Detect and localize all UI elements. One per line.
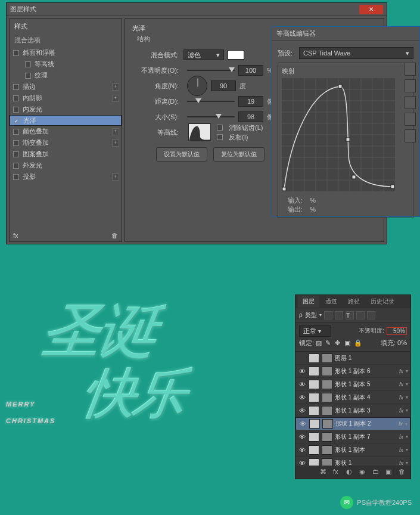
checkbox[interactable] <box>13 140 19 146</box>
visibility-icon[interactable]: 👁 <box>298 381 306 388</box>
fx-grad-overlay[interactable]: 渐变叠加+ <box>10 137 122 148</box>
styles-header[interactable]: 样式 <box>10 19 122 33</box>
fx-satin[interactable]: 光泽 <box>10 115 122 126</box>
fill-value[interactable]: 0% <box>397 339 407 346</box>
preset-select[interactable]: CSP Tidal Wave▾ <box>299 47 413 59</box>
trash-icon[interactable]: 🗑 <box>111 232 118 239</box>
visibility-icon[interactable]: 👁 <box>298 394 306 401</box>
add-icon[interactable]: + <box>112 83 119 91</box>
layer-row[interactable]: 👁形状 1 副本 7fx▾ <box>295 430 410 443</box>
fx-inner-glow[interactable]: 内发光 <box>10 104 122 115</box>
add-icon[interactable]: + <box>112 139 119 147</box>
checkbox[interactable] <box>13 163 19 169</box>
add-icon[interactable]: + <box>112 95 119 102</box>
checkbox[interactable] <box>13 95 19 101</box>
ok-button[interactable] <box>404 63 416 76</box>
invert-checkbox[interactable] <box>217 134 223 140</box>
checkbox[interactable] <box>13 151 19 157</box>
lock-artboard-icon[interactable]: ▣ <box>344 339 352 347</box>
chevron-icon[interactable]: ▾ <box>406 368 408 374</box>
fx-stroke[interactable]: 描边+ <box>10 81 122 92</box>
chevron-icon[interactable]: ▾ <box>405 421 407 427</box>
checkbox[interactable] <box>13 107 19 113</box>
checkbox[interactable] <box>25 61 31 67</box>
tab-history[interactable]: 历史记录 <box>366 296 399 308</box>
opacity-slider[interactable] <box>187 66 235 75</box>
filter-smart-icon[interactable] <box>367 311 375 319</box>
cancel-button[interactable] <box>404 79 416 92</box>
chevron-icon[interactable]: ▾ <box>406 395 408 400</box>
blend-mode-select[interactable]: 滤色▾ <box>183 49 224 60</box>
fx-color-overlay[interactable]: 颜色叠加+ <box>10 126 122 137</box>
fx-bevel[interactable]: 斜面和浮雕 <box>10 47 122 58</box>
layer-row[interactable]: 👁形状 1 副本 6fx▾ <box>295 365 410 378</box>
filter-type-icon[interactable]: T <box>346 311 354 319</box>
tab-channels[interactable]: 通道 <box>321 296 342 308</box>
angle-value[interactable]: 90 <box>211 80 236 91</box>
distance-slider[interactable] <box>187 97 235 106</box>
add-icon[interactable]: + <box>112 128 119 135</box>
filter-adjust-icon[interactable] <box>335 311 343 319</box>
layer-row[interactable]: 图层 1 <box>295 352 410 365</box>
lock-all-icon[interactable]: 🔒 <box>354 339 362 347</box>
make-default-button[interactable]: 设置为默认值 <box>156 147 207 162</box>
new-button[interactable] <box>404 129 416 142</box>
distance-value[interactable]: 19 <box>238 96 263 107</box>
checkbox[interactable] <box>25 73 31 79</box>
fx-drop-shadow[interactable]: 投影+ <box>10 171 122 182</box>
lock-paint-icon[interactable]: ✎ <box>325 339 333 347</box>
checkbox[interactable] <box>13 84 19 90</box>
fx-contour-sub[interactable]: 等高线 <box>10 58 122 70</box>
link-icon[interactable]: ⌘ <box>320 468 328 476</box>
fx-inner-shadow[interactable]: 内阴影+ <box>10 92 122 104</box>
save-button[interactable] <box>404 113 416 126</box>
chevron-icon[interactable]: ▾ <box>406 381 408 387</box>
fx-pattern-overlay[interactable]: 图案叠加 <box>10 148 122 160</box>
tab-layers[interactable]: 图层 <box>298 296 319 308</box>
lock-trans-icon[interactable]: ▨ <box>316 339 323 347</box>
contour-thumb[interactable] <box>188 123 211 141</box>
fx-outer-glow[interactable]: 外发光 <box>10 160 122 171</box>
color-swatch[interactable] <box>228 50 244 60</box>
reset-default-button[interactable]: 复位为默认值 <box>213 147 265 162</box>
filter-pixel-icon[interactable] <box>324 311 332 319</box>
load-button[interactable] <box>404 96 416 109</box>
add-icon[interactable]: + <box>112 173 119 181</box>
lock-pos-icon[interactable]: ✥ <box>335 339 343 347</box>
filter-shape-icon[interactable] <box>356 311 365 319</box>
layer-row[interactable]: 👁形状 1 副本 2fx▾ <box>295 417 410 430</box>
chevron-icon[interactable]: ▾ <box>406 460 408 466</box>
visibility-icon[interactable]: 👁 <box>298 420 307 427</box>
visibility-icon[interactable]: 👁 <box>298 433 306 440</box>
angle-dial[interactable] <box>187 76 207 96</box>
fx-icon[interactable]: fx <box>333 468 341 476</box>
antialias-checkbox[interactable] <box>217 125 223 131</box>
chevron-icon[interactable]: ▾ <box>406 434 408 439</box>
opacity-value[interactable]: 50% <box>387 327 407 335</box>
tab-paths[interactable]: 路径 <box>343 296 365 308</box>
checkbox[interactable] <box>13 50 19 56</box>
visibility-icon[interactable]: 👁 <box>298 368 306 375</box>
checkbox[interactable] <box>13 174 19 180</box>
visibility-icon[interactable]: 👁 <box>298 446 306 454</box>
close-button[interactable]: ✕ <box>359 5 383 14</box>
size-slider[interactable] <box>187 113 235 121</box>
layer-row[interactable]: 👁形状 1 副本 3fx▾ <box>295 404 410 417</box>
fx-icon[interactable]: fx <box>13 232 18 239</box>
size-value[interactable]: 98 <box>238 111 263 122</box>
mask-icon[interactable]: ◐ <box>346 468 354 476</box>
group-icon[interactable]: 🗀 <box>372 468 381 476</box>
blend-mode-select[interactable]: 正常 ▾ <box>299 325 331 337</box>
fx-texture-sub[interactable]: 纹理 <box>10 70 122 81</box>
layer-row[interactable]: 👁形状 1 副本 5fx▾ <box>295 378 410 391</box>
new-layer-icon[interactable]: ▣ <box>385 468 394 476</box>
adjust-icon[interactable]: ◉ <box>359 468 368 476</box>
chevron-icon[interactable]: ▾ <box>406 408 408 413</box>
visibility-icon[interactable]: 👁 <box>298 407 306 414</box>
curve-grid[interactable] <box>282 78 395 191</box>
chevron-icon[interactable]: ▾ <box>406 447 408 452</box>
layer-row[interactable]: 👁形状 1 副本fx▾ <box>295 443 410 457</box>
trash-icon[interactable]: 🗑 <box>399 468 407 476</box>
checkbox-on[interactable] <box>14 117 20 123</box>
blend-options[interactable]: 混合选项 <box>10 33 122 47</box>
